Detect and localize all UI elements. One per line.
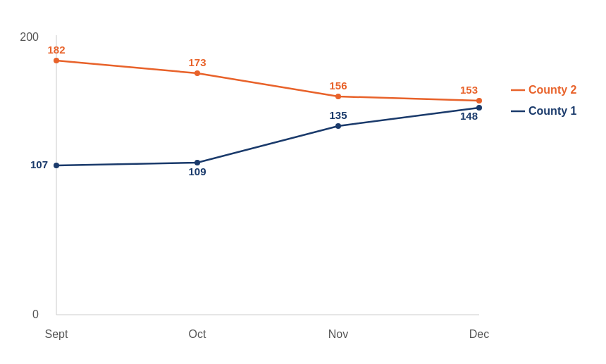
county1-point-sept <box>54 163 59 168</box>
line-chart: 200 0 Sept Oct Nov Dec 182 173 156 153 <box>0 0 606 364</box>
county2-label-sept: 182 <box>47 44 65 56</box>
county1-label-dec: 148 <box>460 110 478 122</box>
county2-line <box>56 61 479 101</box>
county1-point-nov <box>335 123 341 129</box>
legend-county2-label: County 2 <box>528 84 577 96</box>
county1-label-oct: 109 <box>188 165 206 177</box>
county2-point-nov <box>335 94 341 99</box>
x-label-nov: Nov <box>328 328 348 340</box>
x-label-oct: Oct <box>189 328 206 340</box>
county2-point-oct <box>194 70 200 76</box>
x-label-dec: Dec <box>469 328 489 340</box>
county1-line <box>56 108 479 165</box>
y-label-0: 0 <box>32 308 39 320</box>
legend-county1-label: County 1 <box>528 105 577 117</box>
chart-container: 200 0 Sept Oct Nov Dec 182 173 156 153 <box>0 0 606 364</box>
x-label-sept: Sept <box>45 328 68 340</box>
county2-point-dec <box>476 98 482 103</box>
county2-label-nov: 156 <box>329 80 347 92</box>
y-label-200: 200 <box>20 31 39 43</box>
county2-label-dec: 153 <box>460 84 478 96</box>
county2-point-sept <box>54 58 59 63</box>
county2-label-oct: 173 <box>188 56 206 68</box>
county1-label-nov: 135 <box>329 109 347 121</box>
county1-label-sept: 107 <box>30 158 48 170</box>
county1-point-oct <box>194 160 200 165</box>
